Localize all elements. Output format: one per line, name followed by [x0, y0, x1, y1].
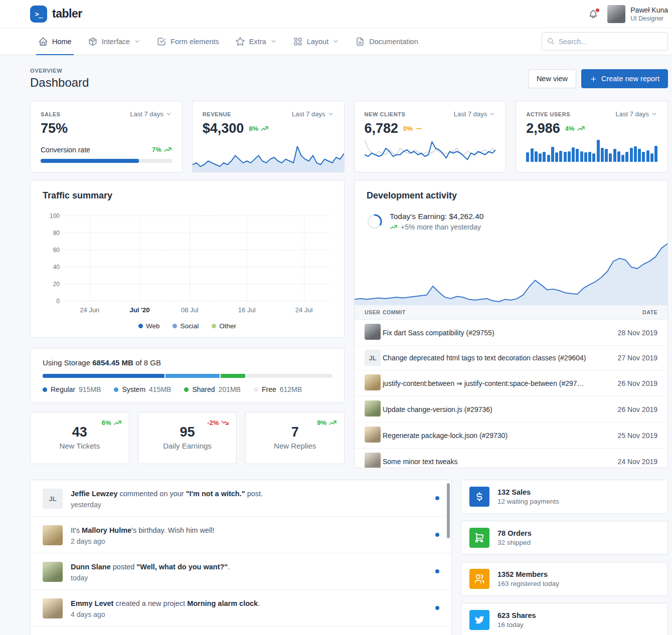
new-clients-period-select[interactable]: Last 7 days	[454, 110, 496, 118]
y-axis-tick-label: 60	[43, 247, 60, 254]
storage-segment-free	[246, 374, 332, 378]
earning-trend-text: +5% more than yesterday	[390, 223, 483, 231]
activity-item: It's Mallory Hulme's birthday. Wish him …	[31, 516, 451, 553]
commit-message: justify-content:between ⇒ justify-conten…	[383, 370, 607, 396]
mini-stats-row: 6%43New Tickets-2%95Daily Earnings9%7New…	[30, 412, 345, 464]
commit-date: 26 Nov 2019	[607, 370, 667, 396]
traffic-legend: WebSocialOther	[43, 322, 332, 330]
shopping-cart-icon	[474, 532, 485, 543]
commit-avatar	[365, 453, 381, 468]
active-users-bar	[568, 151, 571, 162]
revenue-label: REVENUE	[203, 111, 231, 117]
side-stat-title: 78 Orders	[497, 529, 532, 537]
revenue-sparkline-svg	[193, 143, 344, 172]
side-stat-subtitle: 32 shipped	[497, 539, 532, 546]
y-axis-tick-label: 100	[43, 213, 60, 220]
y-axis-tick-label: 20	[43, 281, 60, 288]
commit-avatar	[365, 374, 381, 390]
commit-date: 26 Nov 2019	[607, 396, 667, 422]
storage-segment-shared	[221, 374, 245, 378]
active-users-bar	[646, 150, 649, 162]
active-users-bar	[634, 146, 637, 162]
create-report-button[interactable]: Create new report	[581, 69, 668, 88]
nav-item-extra[interactable]: Extra	[227, 28, 285, 55]
chevron-down-icon	[134, 38, 140, 45]
active-users-period-select[interactable]: Last 7 days	[616, 110, 658, 118]
side-stat-icon-box	[469, 487, 489, 507]
active-users-bar	[638, 149, 641, 162]
commit-date: 27 Nov 2019	[607, 346, 667, 370]
layout-icon	[293, 37, 303, 47]
storage-usage-text: Using Storage 6854.45 MB of 8 GB	[43, 358, 332, 367]
commit-avatar: JL	[365, 350, 381, 366]
chevron-down-icon	[332, 38, 339, 45]
sales-period-select[interactable]: Last 7 days	[130, 110, 172, 118]
new-clients-value: 6,782	[365, 121, 399, 136]
sales-value: 75%	[41, 121, 68, 136]
notifications-button[interactable]	[588, 9, 598, 19]
active-users-bar	[654, 146, 657, 162]
storage-progressbar	[43, 374, 332, 378]
revenue-sparkline-chart	[193, 143, 344, 172]
nav-item-form-elements[interactable]: Form elements	[148, 28, 227, 55]
search-input[interactable]	[559, 38, 662, 46]
activity-text: It's Mallory Hulme's birthday. Wish him …	[71, 525, 214, 536]
legend-dot	[212, 324, 216, 328]
mini-stat-card-new-tickets: 6%43New Tickets	[30, 412, 129, 464]
user-role: UI Designer	[630, 15, 668, 22]
unread-dot	[435, 569, 439, 573]
unread-dot	[435, 606, 439, 610]
mini-stat-change: -2%	[207, 418, 229, 427]
x-axis-tick-label: 16 Jul	[238, 306, 256, 314]
unread-dot	[435, 533, 439, 537]
activity-time: 2 days ago	[71, 537, 214, 545]
storage-legend: Regular915MBSystem415MBShared201MBFree61…	[43, 385, 332, 393]
conversion-progressbar	[41, 159, 172, 163]
storage-segment-regular	[43, 374, 164, 378]
activity-item: Emmy Levet created a new project Morning…	[31, 589, 451, 626]
mini-stat-card-new-replies: 9%7New Replies	[245, 412, 345, 464]
mini-stat-label: Daily Earnings	[138, 442, 237, 450]
active-users-bar	[576, 149, 579, 162]
activity-avatar	[43, 525, 63, 545]
active-users-bar	[605, 149, 608, 162]
traffic-summary-title: Traffic summary	[43, 190, 332, 201]
nav-item-label: Form elements	[171, 38, 219, 46]
new-clients-card: NEW CLIENTS Last 7 days 6,782 0%	[354, 101, 507, 172]
user-menu[interactable]: Paweł Kuna UI Designer	[607, 5, 668, 23]
active-users-bar	[535, 151, 538, 162]
mini-stat-change: 6%	[102, 418, 122, 427]
active-users-bar	[613, 149, 616, 162]
legend-dot	[173, 324, 177, 328]
active-users-bar	[580, 151, 583, 162]
brand-logo[interactable]: >_ tabler	[30, 6, 82, 23]
nav-item-layout[interactable]: Layout	[285, 28, 348, 55]
progress-ring-icon	[367, 214, 383, 230]
storage-segment-system	[165, 374, 219, 378]
mini-stat-label: New Tickets	[31, 442, 129, 450]
revenue-value: $4,300	[203, 121, 244, 136]
nav-item-label: Home	[52, 38, 72, 46]
trending-up-icon	[390, 223, 398, 231]
nav-item-interface[interactable]: Interface	[80, 28, 148, 55]
activity-item: Dunn Slane posted "Well, what do you wan…	[31, 553, 451, 589]
side-stat-title: 623 Shares	[497, 611, 536, 619]
revenue-period-select[interactable]: Last 7 days	[292, 110, 334, 118]
active-users-bar	[597, 140, 600, 162]
scrollbar-thumb[interactable]	[447, 483, 450, 538]
trending-up-icon	[163, 145, 172, 154]
active-users-bar	[551, 147, 554, 162]
commit-date: 24 Nov 2019	[607, 449, 667, 469]
new-view-button[interactable]: New view	[528, 69, 576, 88]
currency-dollar-icon	[474, 491, 485, 502]
commit-row: Some minor text tweaks24 Nov 2019	[355, 449, 667, 469]
commit-message: Update change-version.js (#29736)	[383, 396, 607, 422]
side-stat-card-132-sales: 132 Sales12 waiting payments	[461, 480, 668, 514]
nav-item-documentation[interactable]: Documentation	[347, 28, 426, 55]
side-stat-subtitle: 163 registered today	[497, 580, 559, 587]
nav-item-home[interactable]: Home	[30, 28, 80, 55]
commit-avatar	[365, 324, 381, 340]
commit-date: 28 Nov 2019	[607, 320, 667, 346]
revenue-change: 8%	[249, 124, 269, 133]
trending-up-icon	[113, 418, 122, 427]
